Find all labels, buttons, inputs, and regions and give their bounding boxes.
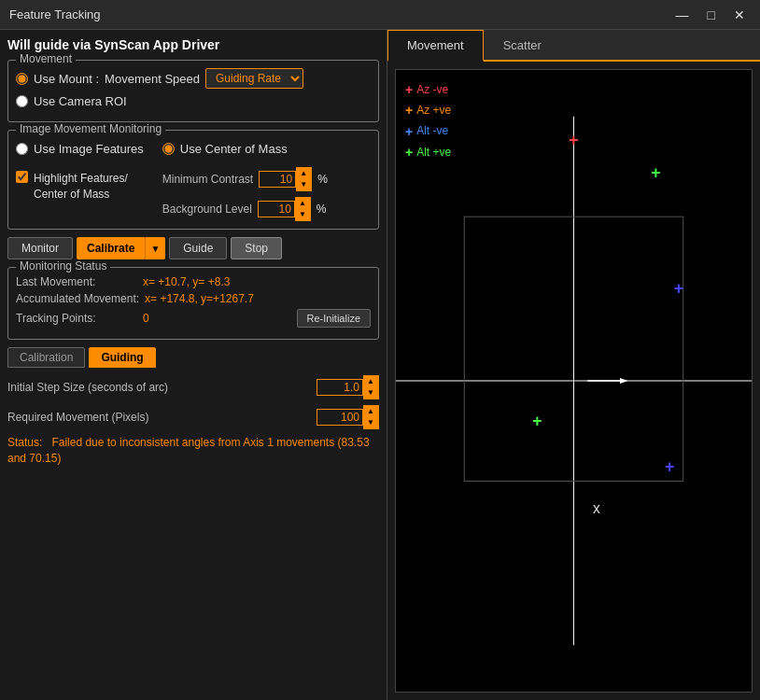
az-pos-label: Az +ve: [416, 102, 451, 119]
maximize-button[interactable]: □: [702, 6, 721, 24]
minimum-contrast-spin-buttons: ▲ ▼: [296, 167, 312, 191]
use-image-features-label: Use Image Features: [34, 142, 144, 156]
az-neg-label: Az -ve: [416, 81, 448, 99]
tab-scatter[interactable]: Scatter: [484, 30, 561, 60]
calibrate-dropdown-arrow[interactable]: ▼: [145, 237, 165, 259]
legend-az-positive: + Az +ve: [405, 100, 451, 120]
alt-neg-symbol: +: [405, 121, 413, 142]
svg-text:+: +: [532, 412, 542, 430]
minimum-contrast-input[interactable]: [259, 171, 296, 188]
tracking-points-row: Tracking Points: 0 Re-Initialize: [16, 309, 371, 328]
last-movement-label: Last Movement:: [16, 275, 137, 288]
az-pos-symbol: +: [405, 100, 413, 120]
initial-step-row: Initial Step Size (seconds of arc) ▲ ▼: [7, 375, 379, 399]
scatter-plot: + + + + + x: [396, 70, 752, 692]
use-camera-roi-radio[interactable]: [16, 95, 28, 107]
monitor-button[interactable]: Monitor: [7, 237, 73, 259]
svg-text:+: +: [569, 131, 578, 149]
guide-button[interactable]: Guide: [169, 237, 227, 259]
window-title: Feature Tracking: [9, 7, 101, 21]
reinitialize-button[interactable]: Re-Initialize: [297, 309, 371, 328]
scatter-area: + + + + + x: [395, 69, 753, 693]
right-panel: Movement Scatter + +: [387, 30, 760, 700]
last-movement-value: x= +10.7, y= +8.3: [143, 275, 230, 288]
use-image-features-radio[interactable]: [16, 143, 28, 155]
initial-step-up[interactable]: ▲: [363, 376, 378, 387]
alt-neg-label: Alt -ve: [416, 122, 448, 140]
tab-movement[interactable]: Movement: [387, 30, 484, 62]
guiding-rate-dropdown[interactable]: Guiding Rate: [205, 68, 303, 89]
main-tabs-bar: Movement Scatter: [387, 30, 760, 62]
image-monitoring-label: Image Movement Monitoring: [16, 122, 165, 135]
required-movement-spinner: ▲ ▼: [317, 405, 379, 429]
action-button-row: Monitor Calibrate ▼ Guide Stop: [7, 237, 379, 259]
use-center-of-mass-label: Use Center of Mass: [180, 142, 288, 156]
accumulated-value: x= +174.8, y=+1267.7: [145, 292, 254, 305]
calibration-settings: Initial Step Size (seconds of arc) ▲ ▼ R…: [7, 375, 379, 467]
movement-group: Movement Use Mount : Movement Speed Guid…: [7, 60, 379, 122]
initial-step-down[interactable]: ▼: [363, 387, 378, 399]
minimum-contrast-up[interactable]: ▲: [296, 168, 311, 179]
required-movement-row: Required Movement (Pixels) ▲ ▼: [7, 405, 379, 429]
stop-button[interactable]: Stop: [231, 237, 282, 259]
legend-alt-negative: + Alt -ve: [405, 121, 451, 142]
initial-step-spinner: ▲ ▼: [317, 375, 379, 399]
monitoring-status-group: Monitoring Status Last Movement: x= +10.…: [7, 267, 379, 340]
calibration-status-label: Status:: [7, 436, 42, 449]
movement-speed-label: Movement Speed: [105, 72, 200, 86]
required-movement-up[interactable]: ▲: [363, 406, 378, 417]
minimum-contrast-label: Minimum Contrast: [162, 173, 253, 186]
accumulated-label: Accumulated Movement:: [16, 292, 139, 305]
background-level-label: Background Level: [162, 203, 252, 216]
tracking-points-label: Tracking Points:: [16, 312, 137, 325]
use-center-of-mass-radio[interactable]: [162, 143, 175, 155]
background-level-spinner: ▲ ▼: [258, 197, 311, 221]
left-panel: Will guide via SynScan App Driver Moveme…: [0, 30, 387, 700]
minimum-contrast-down[interactable]: ▼: [296, 179, 311, 190]
use-mount-row: Use Mount : Movement Speed Guiding Rate: [16, 68, 371, 89]
minimize-button[interactable]: —: [670, 6, 695, 24]
calibration-status-value: Failed due to inconsistent angles from A…: [7, 436, 370, 465]
required-movement-input[interactable]: [317, 409, 363, 426]
close-button[interactable]: ✕: [728, 6, 751, 24]
svg-text:+: +: [674, 279, 683, 298]
tab-calibration[interactable]: Calibration: [7, 347, 85, 368]
tab-guiding[interactable]: Guiding: [89, 347, 155, 368]
movement-group-label: Movement: [16, 52, 76, 65]
use-camera-roi-row: Use Camera ROI: [16, 94, 371, 108]
alt-pos-symbol: +: [405, 142, 413, 162]
highlight-checkbox[interactable]: [16, 171, 28, 183]
legend-az-negative: + Az -ve: [405, 79, 451, 100]
tracking-points-value: 0: [143, 312, 149, 325]
use-center-of-mass-row: Use Center of Mass: [162, 142, 328, 156]
calibration-sub-tabs: Calibration Guiding: [7, 347, 379, 368]
highlight-checkbox-row: Highlight Features/Center of Mass: [16, 171, 144, 203]
background-level-spin-buttons: ▲ ▼: [295, 197, 311, 221]
title-bar-controls: — □ ✕: [670, 6, 751, 24]
use-image-features-row: Use Image Features: [16, 142, 144, 156]
monitoring-status-label: Monitoring Status: [16, 259, 110, 273]
use-mount-radio[interactable]: [16, 73, 28, 85]
calibrate-button[interactable]: Calibrate: [77, 237, 145, 259]
main-content: Will guide via SynScan App Driver Moveme…: [0, 30, 760, 700]
background-level-input[interactable]: [258, 201, 295, 217]
minimum-contrast-row: Minimum Contrast ▲ ▼ %: [162, 167, 328, 191]
image-monitoring-group: Image Movement Monitoring Use Image Feat…: [7, 130, 379, 230]
calibrate-group: Calibrate ▼: [77, 237, 165, 259]
scatter-legend: + Az -ve + Az +ve + Alt -ve + Alt +ve: [405, 79, 451, 163]
az-neg-symbol: +: [405, 79, 413, 100]
use-mount-label: Use Mount :: [34, 72, 99, 86]
svg-text:+: +: [651, 163, 660, 182]
svg-text:+: +: [665, 457, 674, 476]
background-level-percent: %: [317, 203, 327, 216]
svg-text:x: x: [593, 500, 600, 516]
required-movement-label: Required Movement (Pixels): [7, 411, 309, 424]
use-camera-roi-label: Use Camera ROI: [34, 94, 127, 108]
initial-step-input[interactable]: [317, 379, 363, 396]
last-movement-row: Last Movement: x= +10.7, y= +8.3: [16, 275, 371, 288]
required-movement-down[interactable]: ▼: [363, 417, 378, 428]
app-subtitle: Will guide via SynScan App Driver: [7, 37, 379, 52]
background-level-row: Background Level ▲ ▼ %: [162, 197, 328, 221]
background-level-down[interactable]: ▼: [295, 209, 310, 220]
background-level-up[interactable]: ▲: [295, 198, 310, 209]
